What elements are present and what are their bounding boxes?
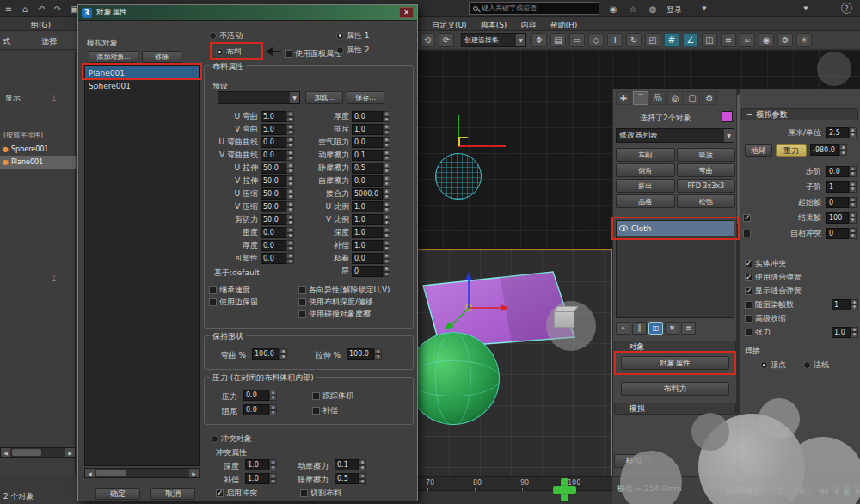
spinner-arrows[interactable]: ▲▼ <box>849 228 857 239</box>
spinner-down-icon[interactable]: ▼ <box>286 117 294 123</box>
checkbox-icon[interactable] <box>743 214 751 222</box>
spinner-value[interactable]: 50.0 <box>261 175 286 187</box>
material-editor-icon[interactable]: ◉ <box>759 33 774 47</box>
spinner-arrows[interactable]: ▲▼ <box>286 214 294 225</box>
spinner-value[interactable]: 0.0 <box>261 253 286 264</box>
spinner-down-icon[interactable]: ▼ <box>849 218 857 224</box>
spinner-arrows[interactable]: ▲▼ <box>269 473 277 484</box>
property2-radio[interactable]: 属性 2 <box>336 45 370 56</box>
rotate-icon[interactable]: ↻ <box>626 33 642 47</box>
pressure-offset-checkbox[interactable]: 补偿 <box>312 405 338 416</box>
play-icon[interactable]: ▶ <box>842 484 852 497</box>
menu-help[interactable]: 帮助(H) <box>550 20 577 31</box>
move-icon[interactable]: ✛ <box>607 33 623 47</box>
spinner-arrows[interactable]: ▲▼ <box>383 163 390 174</box>
scene-object-row[interactable]: ●Sphere001 <box>0 143 76 156</box>
menu-content[interactable]: 内容 <box>520 20 536 31</box>
modifier-button[interactable]: 倒角 <box>616 163 675 177</box>
spinner-arrows[interactable]: ▲▼ <box>286 111 294 122</box>
spinner[interactable]: 0.1▲▼ <box>352 150 390 161</box>
chevron-down-icon[interactable]: ▼ <box>289 92 299 103</box>
spinner-arrows[interactable]: ▲▼ <box>849 127 857 138</box>
spinner-arrows[interactable]: ▲▼ <box>383 111 390 122</box>
spinner-down-icon[interactable]: ▼ <box>383 259 390 265</box>
create-tab-icon[interactable]: ✚ <box>616 91 631 105</box>
search-box[interactable]: 键入关键字或短语 <box>469 2 599 15</box>
scroll-left-icon[interactable]: ◀ <box>1 448 10 457</box>
cut-cloth-checkbox[interactable]: 切割布料 <box>300 488 341 499</box>
spinner-arrows[interactable]: ▲▼ <box>849 166 857 177</box>
simulation-object-list[interactable]: Plane001Sphere001 <box>84 65 200 466</box>
spinner[interactable]: 1.0▲▼ <box>352 214 390 225</box>
object-list-item[interactable]: Plane001 <box>85 66 199 79</box>
step-forward-icon[interactable]: ▶▶ <box>853 484 860 497</box>
spinner-down-icon[interactable]: ▼ <box>383 194 390 200</box>
scrollbar-thumb[interactable] <box>737 95 740 224</box>
app-toolbar-icon[interactable]: ↶ <box>35 3 47 15</box>
modifier-button[interactable]: 晶格 <box>616 194 675 208</box>
cloth-radio[interactable]: 布料 <box>216 46 242 58</box>
spinner-value[interactable]: 0.0 <box>826 166 849 177</box>
spinner-arrows[interactable]: ▲▼ <box>269 404 277 415</box>
spinner-arrows[interactable]: ▲▼ <box>374 348 382 360</box>
spinner-arrows[interactable]: ▲▼ <box>383 188 390 200</box>
close-icon[interactable]: ✕ <box>399 7 414 18</box>
spinner[interactable]: 1.0▲▼ <box>352 227 390 238</box>
spinner-value[interactable]: 0 <box>352 266 383 277</box>
spinner[interactable]: 0.5▲▼ <box>335 473 366 484</box>
load-button[interactable]: 加载... <box>305 91 343 104</box>
spinner-arrows[interactable]: ▲▼ <box>383 137 390 148</box>
mirror-icon[interactable]: ◫ <box>702 33 717 47</box>
spinner-value[interactable]: 50.0 <box>261 188 286 200</box>
spinner-arrows[interactable]: ▲▼ <box>269 459 277 470</box>
spinner-arrows[interactable]: ▲▼ <box>383 124 390 135</box>
checkbox-icon[interactable] <box>745 315 752 323</box>
gravity-button[interactable]: 重力 <box>776 144 807 157</box>
spinner-arrows[interactable]: ▲▼ <box>359 459 366 470</box>
spinner-down-icon[interactable]: ▼ <box>286 194 294 200</box>
prev-frame-icon[interactable]: ◀◀ <box>817 484 830 497</box>
spinner-arrows[interactable]: ▲▼ <box>849 212 857 224</box>
checkbox-icon[interactable] <box>745 260 752 267</box>
add-object-button[interactable]: 添加对象... <box>89 51 138 63</box>
sim-params-rollout-header[interactable]: − 模拟参数 <box>741 108 858 120</box>
spinner-down-icon[interactable]: ▼ <box>383 117 390 123</box>
modifier-button[interactable]: FFD 3x3x3 <box>677 179 736 193</box>
rect-select-icon[interactable]: ▭ <box>569 33 585 47</box>
spinner-value[interactable]: 1.0 <box>352 227 383 238</box>
app-toolbar-icon[interactable]: ↷ <box>52 3 64 15</box>
spinner[interactable]: 0.0▲▼ <box>352 175 390 187</box>
modifier-stack[interactable]: Cloth <box>616 220 734 318</box>
spinner[interactable]: 50.0▲▼ <box>261 188 294 200</box>
spinner-value[interactable]: 0 <box>826 228 849 239</box>
spinner[interactable]: -980.0▲▼ <box>810 144 847 156</box>
spinner-value[interactable]: 1 <box>826 181 849 193</box>
object-properties-button[interactable]: 对象属性 <box>621 356 729 370</box>
spinner-value[interactable]: 1.0 <box>245 459 269 470</box>
spinner[interactable]: 5.0▲▼ <box>261 124 294 135</box>
spinner-value[interactable]: 1.0 <box>832 327 851 338</box>
spinner-arrows[interactable]: ▲▼ <box>849 197 857 208</box>
object-list-item[interactable]: Sphere001 <box>85 79 199 92</box>
spinner[interactable]: 50.0▲▼ <box>261 201 294 212</box>
spinner-down-icon[interactable]: ▼ <box>286 181 294 187</box>
remove-modifier-icon[interactable]: ✖ <box>665 322 679 335</box>
spinner-value[interactable]: 0.0 <box>352 111 383 122</box>
spinner[interactable]: 1.0▲▼ <box>832 327 858 338</box>
spinner-down-icon[interactable]: ▼ <box>383 181 390 187</box>
spinner-arrows[interactable]: ▲▼ <box>383 201 390 212</box>
scroll-left-icon[interactable]: ◀ <box>85 469 95 477</box>
search-input[interactable]: 键入关键字或短语 <box>482 3 537 13</box>
spinner-down-icon[interactable]: ▼ <box>383 272 390 278</box>
spinner[interactable]: 50.0▲▼ <box>261 163 294 174</box>
scale-icon[interactable]: ◰ <box>645 33 660 47</box>
spinner-arrows[interactable]: ▲▼ <box>286 240 294 251</box>
render-icon[interactable]: ☀ <box>796 33 812 47</box>
preset-dropdown[interactable]: ▼ <box>218 91 300 104</box>
spinner[interactable]: 0.5▲▼ <box>352 163 390 174</box>
spinner-value[interactable]: 0.0 <box>243 390 269 401</box>
spinner-arrows[interactable]: ▲▼ <box>383 227 390 238</box>
scroll-right-icon[interactable]: ▶ <box>189 469 199 477</box>
checkbox-icon[interactable] <box>745 329 752 336</box>
spinner-value[interactable]: 5.0 <box>261 124 286 135</box>
